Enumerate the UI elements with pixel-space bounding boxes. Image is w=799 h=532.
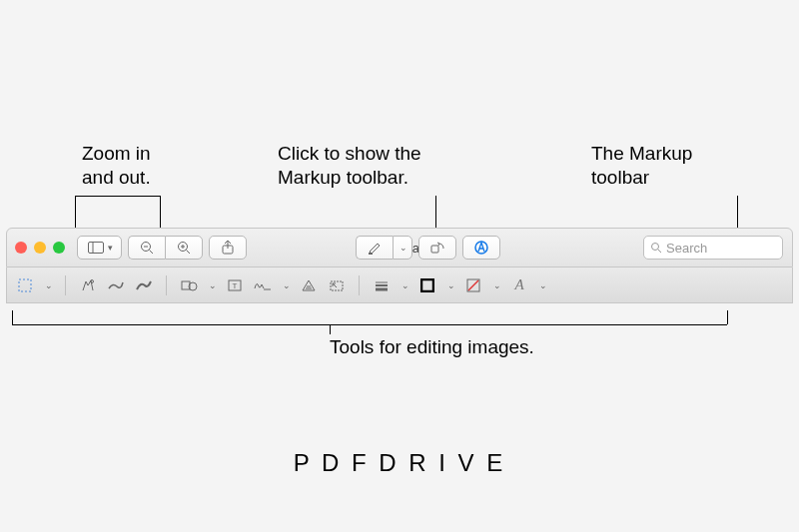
svg-rect-0	[89, 243, 104, 254]
svg-rect-16	[19, 279, 31, 291]
zoom-in-icon	[174, 238, 194, 258]
line-weight-button[interactable]	[372, 275, 392, 295]
chevron-down-icon: ⌄	[401, 280, 409, 290]
svg-line-15	[658, 250, 661, 253]
svg-point-17	[91, 279, 94, 282]
sidebar-icon	[86, 238, 106, 258]
zoom-in-button[interactable]	[165, 236, 203, 260]
sidebar-view-button[interactable]: ▾	[77, 236, 122, 260]
fill-color-button[interactable]	[463, 275, 483, 295]
adjust-size-button[interactable]	[327, 275, 347, 295]
close-window-icon[interactable]	[15, 242, 27, 254]
highlight-menu-button[interactable]: ⌄	[393, 236, 412, 260]
highlight-segment: ⌄	[356, 236, 412, 260]
markup-icon	[471, 238, 491, 258]
adjust-color-button[interactable]	[299, 275, 319, 295]
search-input[interactable]: Search	[643, 236, 783, 260]
svg-line-27	[333, 283, 337, 287]
svg-text:T: T	[233, 281, 238, 290]
chevron-down-icon: ⌄	[400, 243, 407, 253]
zoom-segment	[128, 236, 203, 260]
annotation-markup-click: Click to show the Markup toolbar.	[278, 142, 421, 190]
minimize-window-icon[interactable]	[34, 242, 46, 254]
chevron-down-icon: ⌄	[447, 280, 455, 290]
preview-window: ▾ ▤	[6, 228, 793, 303]
chevron-down-icon: ⌄	[539, 280, 547, 290]
svg-rect-31	[421, 279, 433, 291]
sign-button[interactable]	[253, 275, 273, 295]
search-placeholder: Search	[666, 241, 707, 256]
selection-tool-button[interactable]	[15, 275, 35, 295]
markup-toolbar: ⌄ ⌄ T ⌄	[6, 267, 793, 303]
highlighter-icon	[365, 238, 385, 258]
search-icon	[650, 242, 662, 254]
svg-line-3	[150, 251, 154, 255]
text-button[interactable]: T	[225, 275, 245, 295]
share-button[interactable]	[209, 236, 247, 260]
chevron-down-icon: ⌄	[209, 280, 217, 290]
rotate-icon	[427, 238, 447, 258]
separator	[166, 275, 167, 295]
chevron-down-icon: ⌄	[45, 280, 53, 290]
footer-brand: P D F D R I V E	[0, 449, 799, 477]
leader-line	[330, 324, 331, 334]
instant-alpha-button[interactable]	[78, 275, 98, 295]
zoom-out-icon	[137, 238, 157, 258]
highlight-button[interactable]	[356, 236, 393, 260]
svg-line-6	[187, 251, 191, 255]
leader-line	[75, 196, 160, 197]
chevron-down-icon: ⌄	[283, 280, 291, 290]
leader-line	[727, 310, 728, 324]
separator	[65, 275, 66, 295]
svg-point-14	[652, 244, 659, 251]
chevron-down-icon: ⌄	[493, 280, 501, 290]
show-markup-toolbar-button[interactable]	[462, 236, 500, 260]
shapes-button[interactable]	[179, 275, 199, 295]
annotation-zoom: Zoom in and out.	[82, 142, 151, 190]
leader-line	[12, 310, 13, 324]
annotation-markup-toolbar: The Markup toolbar	[591, 142, 692, 190]
chevron-down-icon: ▾	[108, 243, 113, 253]
annotation-editing-tools: Tools for editing images.	[330, 335, 534, 359]
zoom-out-button[interactable]	[128, 236, 165, 260]
leader-line	[12, 324, 727, 325]
svg-line-33	[468, 280, 478, 290]
sketch-button[interactable]	[106, 275, 126, 295]
border-color-button[interactable]	[417, 275, 437, 295]
svg-rect-12	[431, 246, 438, 253]
text-style-button[interactable]: A	[509, 275, 529, 295]
main-toolbar: ▾ ▤	[6, 228, 793, 267]
separator	[359, 275, 360, 295]
share-icon	[218, 238, 238, 258]
rotate-button[interactable]	[418, 236, 456, 260]
draw-button[interactable]	[134, 275, 154, 295]
maximize-window-icon[interactable]	[53, 242, 65, 254]
traffic-lights	[15, 242, 65, 254]
